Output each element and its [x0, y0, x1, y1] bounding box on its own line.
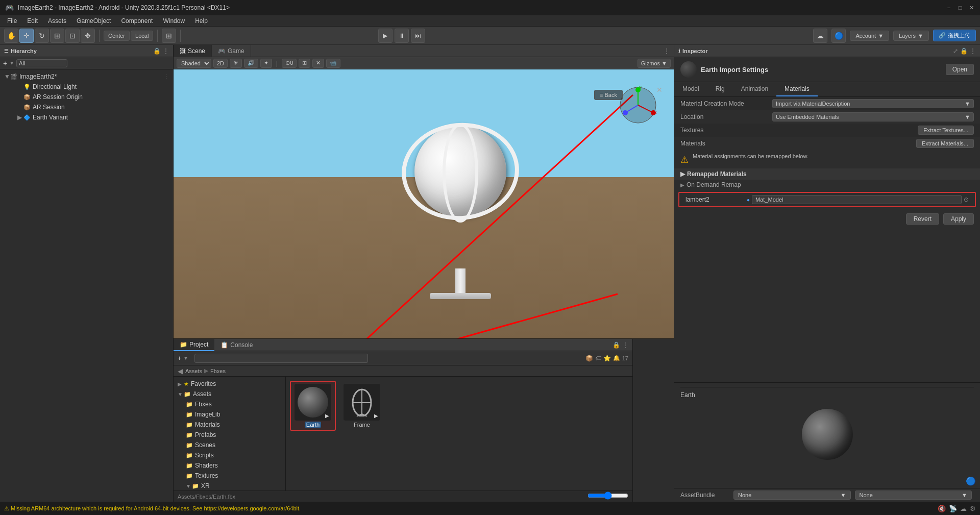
- inspector-expand-icon[interactable]: ⤢: [953, 47, 958, 55]
- tree-prefabs[interactable]: 📁 Prefabs: [174, 430, 285, 440]
- packages-icon[interactable]: 📦: [585, 355, 593, 362]
- apply-button[interactable]: Apply: [943, 213, 974, 225]
- hierarchy-item-ar-session-origin[interactable]: 📦 AR Session Origin: [0, 92, 173, 102]
- zoom-slider[interactable]: [587, 492, 628, 501]
- upload-button[interactable]: 🔗 拖拽上传: [933, 30, 976, 41]
- context-menu-icon[interactable]: ⋮: [163, 73, 169, 80]
- material-pick-icon[interactable]: ⊙: [964, 196, 969, 203]
- tab-console[interactable]: 📋 Console: [214, 339, 259, 351]
- audio-button[interactable]: 🔊: [244, 59, 258, 68]
- hierarchy-item-earth-variant[interactable]: ▶ 🔷 Earth Variant: [0, 112, 173, 122]
- tab-rig[interactable]: Rig: [707, 82, 733, 96]
- tree-scripts[interactable]: 📁 Scripts: [174, 450, 285, 460]
- scene-extra4[interactable]: 📹: [326, 59, 340, 68]
- filter-icon[interactable]: 🏷: [595, 355, 601, 362]
- remapped-materials-header[interactable]: ▶ Remapped Materials: [674, 168, 980, 180]
- effects-button[interactable]: ✦: [260, 59, 272, 68]
- move-tool[interactable]: ✛: [19, 29, 34, 43]
- tree-imagelib[interactable]: 📁 ImageLib: [174, 409, 285, 420]
- pivot-local-button[interactable]: Local: [131, 31, 153, 41]
- status-mute-icon[interactable]: 🔇: [938, 505, 946, 512]
- close-button[interactable]: ✕: [968, 4, 975, 11]
- open-button[interactable]: Open: [946, 64, 974, 75]
- minimize-button[interactable]: −: [945, 4, 952, 11]
- hierarchy-arrow-icon[interactable]: ▼: [9, 60, 14, 66]
- layers-button[interactable]: Layers ▼: [893, 31, 929, 41]
- project-add-icon[interactable]: +: [178, 355, 181, 362]
- collab-button[interactable]: ☁: [813, 29, 827, 43]
- menu-assets[interactable]: Assets: [44, 16, 70, 26]
- transform-tool[interactable]: ✥: [81, 29, 95, 43]
- play-button[interactable]: ▶: [378, 29, 393, 43]
- asset-earth[interactable]: ▶ Earth: [290, 381, 336, 431]
- back-button[interactable]: ≡ Back: [594, 90, 623, 100]
- status-network-icon[interactable]: 📡: [949, 505, 957, 512]
- breadcrumb-assets[interactable]: Assets: [185, 368, 202, 374]
- tab-animation[interactable]: Animation: [733, 82, 776, 96]
- tree-textures[interactable]: 📁 Textures: [174, 471, 285, 481]
- hierarchy-add-icon[interactable]: +: [3, 59, 7, 67]
- tab-project[interactable]: 📁 Project: [174, 339, 214, 351]
- scene-view[interactable]: y x ✕ ≡ Back: [174, 69, 674, 338]
- shading-select[interactable]: Shaded: [177, 59, 211, 68]
- extract-textures-button[interactable]: Extract Textures...: [918, 126, 974, 135]
- step-button[interactable]: ⏭: [411, 29, 425, 43]
- material-creation-dropdown[interactable]: Import via MaterialDescription ▼: [772, 99, 974, 108]
- extract-materials-button[interactable]: Extract Materials...: [916, 139, 974, 148]
- status-settings-icon[interactable]: ⚙: [970, 505, 976, 512]
- breadcrumb-fbxes[interactable]: Fbxes: [210, 368, 226, 374]
- maximize-button[interactable]: □: [957, 4, 964, 11]
- scene-extra2[interactable]: ⊞: [299, 59, 310, 68]
- 2d-button[interactable]: 2D: [213, 59, 228, 68]
- account-button[interactable]: Account ▼: [850, 31, 889, 41]
- project-lock-icon[interactable]: 🔒: [612, 341, 620, 349]
- hierarchy-search-input[interactable]: [16, 59, 67, 67]
- hierarchy-menu-icon[interactable]: ⋮: [163, 47, 169, 55]
- tree-favorites[interactable]: ▶ ★ Favorites: [174, 379, 285, 389]
- inspector-settings-icon[interactable]: 🔵: [966, 476, 976, 486]
- inspector-lock-icon[interactable]: 🔒: [960, 47, 968, 55]
- hierarchy-item-imageearth2[interactable]: ▼ 🎬 ImageEarth2* ⋮: [0, 71, 173, 82]
- assetbundle-dropdown2[interactable]: None ▼: [855, 491, 972, 500]
- star-icon[interactable]: ⭐: [603, 355, 611, 362]
- tab-scene[interactable]: 🖼 Scene: [174, 45, 212, 57]
- gizmo-close-icon[interactable]: ✕: [656, 86, 663, 94]
- tree-materials[interactable]: 📁 Materials: [174, 420, 285, 430]
- tab-model[interactable]: Model: [674, 82, 707, 96]
- tree-assets[interactable]: ▼ 📁 Assets: [174, 389, 285, 399]
- menu-component[interactable]: Component: [117, 16, 157, 26]
- hierarchy-item-ar-session[interactable]: 📦 AR Session: [0, 102, 173, 112]
- tree-xr[interactable]: ▼ 📁 XR: [174, 481, 285, 491]
- menu-window[interactable]: Window: [159, 16, 189, 26]
- status-cloud-icon[interactable]: ☁: [960, 505, 967, 512]
- assetbundle-dropdown1[interactable]: None ▼: [733, 491, 851, 500]
- hierarchy-item-directional-light[interactable]: 💡 Directional Light: [0, 82, 173, 92]
- pause-button[interactable]: ⏸: [395, 29, 409, 43]
- mat-model-field[interactable]: [752, 195, 962, 204]
- lighting-button[interactable]: ☀: [230, 59, 242, 68]
- scene-extra1[interactable]: ⊙0: [282, 59, 297, 68]
- tab-game[interactable]: 🎮 Game: [212, 45, 251, 57]
- asset-frame[interactable]: ▶ Frame: [339, 381, 385, 431]
- location-dropdown[interactable]: Use Embedded Materials ▼: [772, 112, 974, 121]
- project-add-arrow[interactable]: ▼: [183, 355, 188, 361]
- on-demand-remap[interactable]: ▶ On Demand Remap: [674, 180, 980, 190]
- menu-gameobject[interactable]: GameObject: [72, 16, 115, 26]
- scale-tool[interactable]: ⊞: [50, 29, 64, 43]
- gizmos-button[interactable]: Gizmos ▼: [638, 59, 671, 68]
- menu-edit[interactable]: Edit: [23, 16, 42, 26]
- menu-help[interactable]: Help: [191, 16, 212, 26]
- cloud-button[interactable]: 🔵: [831, 29, 846, 43]
- tree-scenes[interactable]: 📁 Scenes: [174, 440, 285, 450]
- tree-shaders[interactable]: 📁 Shaders: [174, 460, 285, 471]
- snap-tool[interactable]: ⊞: [162, 29, 176, 43]
- tab-materials[interactable]: Materials: [776, 82, 818, 96]
- project-search-input[interactable]: [194, 354, 368, 363]
- scroll-left-icon[interactable]: ◀: [178, 367, 183, 375]
- inspector-menu-icon[interactable]: ⋮: [970, 47, 976, 55]
- project-menu-icon[interactable]: ⋮: [622, 341, 628, 349]
- revert-button[interactable]: Revert: [906, 213, 939, 225]
- rotate-tool[interactable]: ↻: [35, 29, 49, 43]
- menu-file[interactable]: File: [3, 16, 21, 26]
- pivot-center-button[interactable]: Center: [104, 31, 130, 41]
